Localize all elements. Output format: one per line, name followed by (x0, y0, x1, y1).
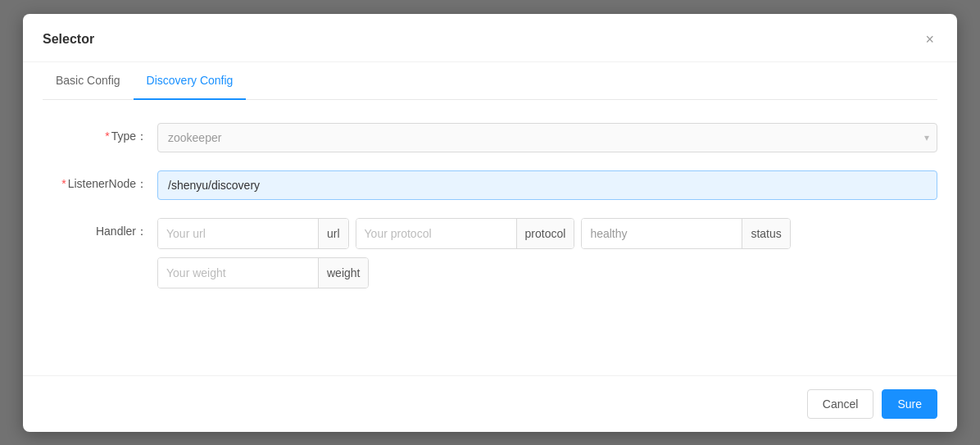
handler-row: Handler： url protocol (43, 218, 937, 288)
protocol-input-group: protocol (356, 218, 575, 249)
weight-suffix: weight (318, 258, 368, 288)
status-input-group: status (581, 218, 790, 249)
listener-node-label: *ListenerNode： (43, 170, 157, 192)
url-suffix: url (318, 219, 348, 248)
weight-input-group: weight (157, 257, 369, 288)
handler-label: Handler： (43, 218, 157, 239)
required-star-listener: * (61, 177, 66, 190)
status-input[interactable] (582, 219, 742, 248)
status-suffix: status (742, 219, 789, 248)
required-star-type: * (105, 129, 109, 143)
sure-button[interactable]: Sure (882, 389, 937, 419)
weight-input[interactable] (158, 258, 318, 288)
modal-title: Selector (43, 32, 94, 47)
modal-dialog: Selector × Basic Config Discovery Config… (23, 14, 957, 432)
type-row: *Type： zookeeper ▾ (43, 123, 937, 152)
modal-header: Selector × (23, 14, 957, 62)
modal-overlay: Selector × Basic Config Discovery Config… (0, 0, 980, 445)
modal-footer: Cancel Sure (23, 375, 957, 432)
handler-inputs-row2: weight (157, 257, 937, 288)
protocol-input[interactable] (356, 219, 516, 248)
listener-node-control (157, 170, 937, 200)
protocol-suffix: protocol (516, 219, 574, 248)
handler-control: url protocol status (157, 218, 937, 288)
tab-discovery-config[interactable]: Discovery Config (134, 62, 247, 100)
type-select[interactable]: zookeeper (157, 123, 937, 152)
type-control: zookeeper ▾ (157, 123, 937, 152)
cancel-button[interactable]: Cancel (807, 389, 874, 419)
modal-body: Basic Config Discovery Config *Type： zoo… (23, 62, 957, 375)
tab-basic-config[interactable]: Basic Config (43, 62, 134, 100)
type-label: *Type： (43, 123, 157, 144)
url-input[interactable] (158, 219, 318, 248)
url-input-group: url (157, 218, 349, 249)
close-button[interactable]: × (922, 29, 937, 50)
listener-node-input[interactable] (157, 170, 937, 200)
listener-node-row: *ListenerNode： (43, 170, 937, 200)
tab-bar: Basic Config Discovery Config (43, 62, 937, 100)
type-select-wrapper: zookeeper ▾ (157, 123, 937, 152)
handler-inputs-row1: url protocol status (157, 218, 937, 249)
